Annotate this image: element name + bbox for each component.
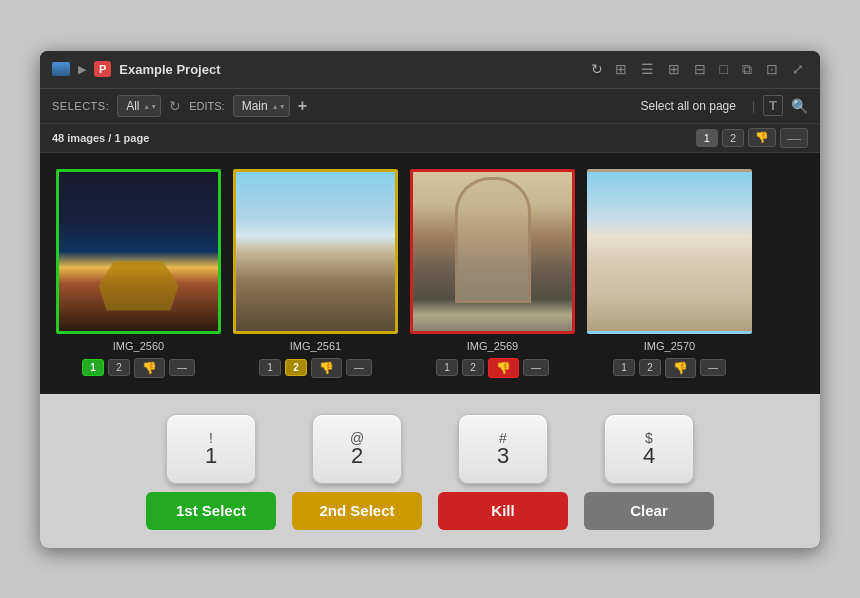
kill-button-1[interactable]: 👎 [134,358,165,378]
clear-button-3[interactable]: — [523,359,549,376]
view-icon-3[interactable]: ⊞ [664,59,684,80]
view-icon-2[interactable]: ☰ [637,59,658,80]
clear-action-button[interactable]: Clear [584,492,714,530]
image-name-4: IMG_2570 [644,340,695,352]
image-actions-4: 1 2 👎 — [613,358,726,378]
project-badge: P [94,61,111,77]
key-3-number: 3 [497,445,509,467]
image-count-text: 48 images / 1 page [52,132,696,144]
select1-button-1[interactable]: 1 [82,359,104,376]
select2-button-2[interactable]: 2 [285,359,307,376]
clear-button-4[interactable]: — [700,359,726,376]
view-icon-7[interactable]: ⊡ [762,59,782,80]
filter-toolbar: SELECTS: All ↻ EDITS: Main + Select all … [40,89,820,124]
key-group-4: $ 4 Clear [584,414,714,530]
page-1-button[interactable]: 1 [696,129,718,147]
view-icon-5[interactable]: □ [716,59,732,80]
view-icon-fullscreen[interactable]: ⤢ [788,59,808,80]
search-icon[interactable]: 🔍 [791,98,808,114]
app-window: ▶ P Example Project ↻ ⊞ ☰ ⊞ ⊟ □ ⧉ ⊡ ⤢ SE… [40,51,820,548]
kill-button-3[interactable]: 👎 [488,358,519,378]
key-1-number: 1 [205,445,217,467]
key-group-1: ! 1 1st Select [146,414,276,530]
image-actions-1: 1 2 👎 — [82,358,195,378]
sync-icon[interactable]: ↻ [169,98,181,114]
image-thumbnail-4[interactable] [587,169,752,334]
status-bar: 48 images / 1 page 1 2 👎 — [40,124,820,153]
toolbar-icons: ⊞ ☰ ⊞ ⊟ □ ⧉ ⊡ ⤢ [611,59,808,80]
edits-select-wrapper: Main [233,95,290,117]
title-bar: ▶ P Example Project ↻ ⊞ ☰ ⊞ ⊟ □ ⧉ ⊡ ⤢ [40,51,820,89]
edits-dropdown[interactable]: Main [233,95,290,117]
key-2-button[interactable]: @ 2 [312,414,402,484]
view-icon-6[interactable]: ⧉ [738,59,756,80]
refresh-icon[interactable]: ↻ [591,61,603,77]
image-name-3: IMG_2569 [467,340,518,352]
clear-button-1[interactable]: — [169,359,195,376]
selects-label: SELECTS: [52,100,109,112]
view-icon-4[interactable]: ⊟ [690,59,710,80]
image-name-2: IMG_2561 [290,340,341,352]
image-grid: IMG_2560 1 2 👎 — IMG_2561 1 2 👎 — [40,153,820,394]
select-all-button[interactable]: Select all on page [633,95,744,117]
image-card-4: IMG_2570 1 2 👎 — [587,169,752,378]
key-group-2: @ 2 2nd Select [292,414,422,530]
clear-button-2[interactable]: — [346,359,372,376]
edits-label: EDITS: [189,100,224,112]
selects-dropdown[interactable]: All [117,95,161,117]
select2-button-4[interactable]: 2 [639,359,661,376]
reject-filter-button[interactable]: 👎 [748,128,776,147]
text-icon[interactable]: T [763,95,783,116]
image-card-1: IMG_2560 1 2 👎 — [56,169,221,378]
image-actions-2: 1 2 👎 — [259,358,372,378]
image-thumbnail-1[interactable] [56,169,221,334]
key-2-number: 2 [351,445,363,467]
select2-button-1[interactable]: 2 [108,359,130,376]
page-navigation: 1 2 👎 — [696,128,808,148]
breadcrumb-arrow: ▶ [78,63,86,76]
page-2-button[interactable]: 2 [722,129,744,147]
kill-button-2[interactable]: 👎 [311,358,342,378]
image-thumbnail-3[interactable] [410,169,575,334]
key-1-button[interactable]: ! 1 [166,414,256,484]
image-actions-3: 1 2 👎 — [436,358,549,378]
key-4-button[interactable]: $ 4 [604,414,694,484]
key-group-3: # 3 Kill [438,414,568,530]
app-icon [52,62,70,76]
second-select-button[interactable]: 2nd Select [292,492,422,530]
project-title: Example Project [119,62,582,77]
kill-button-4[interactable]: 👎 [665,358,696,378]
select1-button-3[interactable]: 1 [436,359,458,376]
image-card-3: IMG_2569 1 2 👎 — [410,169,575,378]
collapse-button[interactable]: — [780,128,808,148]
select2-button-3[interactable]: 2 [462,359,484,376]
key-4-number: 4 [643,445,655,467]
view-icon-1[interactable]: ⊞ [611,59,631,80]
key-3-button[interactable]: # 3 [458,414,548,484]
keyboard-section: ! 1 1st Select @ 2 2nd Select # 3 Kill $… [40,394,820,548]
kill-action-button[interactable]: Kill [438,492,568,530]
image-thumbnail-2[interactable] [233,169,398,334]
image-name-1: IMG_2560 [113,340,164,352]
separator: | [752,99,755,113]
select1-button-2[interactable]: 1 [259,359,281,376]
first-select-button[interactable]: 1st Select [146,492,276,530]
selects-select-wrapper: All [117,95,161,117]
image-card-2: IMG_2561 1 2 👎 — [233,169,398,378]
add-edit-button[interactable]: + [298,97,307,115]
select1-button-4[interactable]: 1 [613,359,635,376]
